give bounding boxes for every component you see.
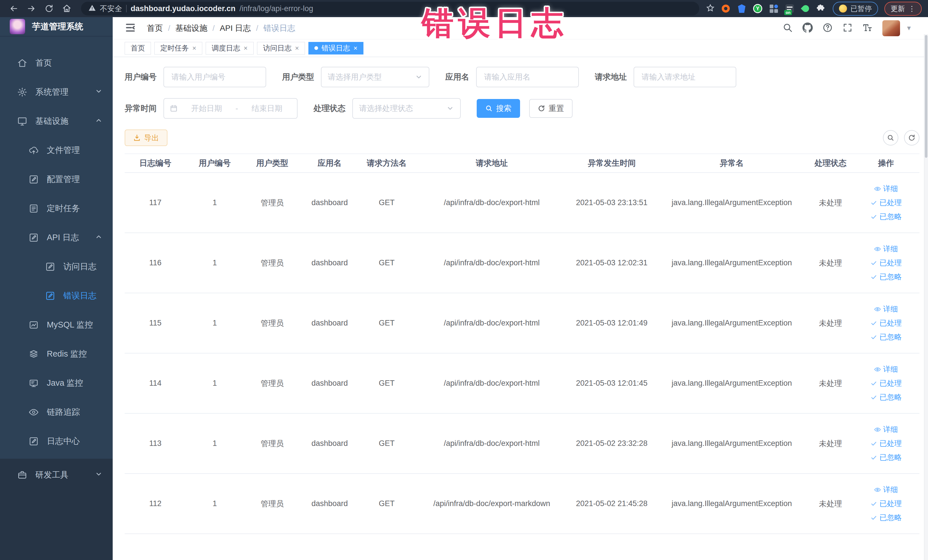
help-icon[interactable] xyxy=(823,23,833,34)
user-id-label: 用户编号 xyxy=(125,72,157,82)
tab-label: 调度日志 xyxy=(212,43,240,53)
tab-scheduled-jobs[interactable]: 定时任务 × xyxy=(154,42,202,55)
ignored-link[interactable]: 已忽略 xyxy=(870,392,902,402)
extension-orange-icon[interactable] xyxy=(721,4,731,14)
breadcrumb-item[interactable]: 基础设施 xyxy=(176,23,208,34)
breadcrumb-item[interactable]: 首页 xyxy=(147,23,163,34)
process-status-select[interactable]: 请选择处理状态 xyxy=(352,98,461,119)
user-id-input[interactable] xyxy=(163,67,266,87)
tab-schedule-log[interactable]: 调度日志 × xyxy=(206,42,253,55)
close-icon[interactable]: × xyxy=(244,44,247,52)
back-button[interactable] xyxy=(6,2,21,15)
col-header-actions: 操作 xyxy=(853,154,920,172)
detail-link[interactable]: 详细 xyxy=(874,304,898,314)
refresh-table-button[interactable] xyxy=(904,130,919,145)
tab-error-log[interactable]: 错误日志 × xyxy=(308,42,363,55)
ignored-link[interactable]: 已忽略 xyxy=(870,513,902,523)
breadcrumb-separator: / xyxy=(212,24,215,33)
chart-icon xyxy=(29,320,39,330)
scrollbar[interactable] xyxy=(924,34,928,560)
cell-time: 2021-05-03 12:01:49 xyxy=(569,293,655,353)
app-name-input[interactable] xyxy=(476,67,579,87)
sidebar-item-system[interactable]: 系统管理 xyxy=(0,78,113,107)
processed-link[interactable]: 已处理 xyxy=(870,378,902,388)
reload-button[interactable] xyxy=(42,2,56,15)
sidebar-item-config-mgmt[interactable]: 配置管理 xyxy=(0,165,113,194)
breadcrumb-item[interactable]: API 日志 xyxy=(220,23,251,34)
sidebar-item-infra[interactable]: 基础设施 xyxy=(0,107,113,136)
processed-link[interactable]: 已处理 xyxy=(870,198,902,208)
sidebar-item-java-monitor[interactable]: Java 监控 xyxy=(0,369,113,398)
toggle-search-button[interactable] xyxy=(883,130,898,145)
reset-button[interactable]: 重置 xyxy=(529,99,572,118)
request-url-input[interactable] xyxy=(633,67,736,87)
detail-link[interactable]: 详细 xyxy=(874,244,898,254)
extension-shield-icon[interactable] xyxy=(737,4,746,14)
ignored-link[interactable]: 已忽略 xyxy=(870,272,902,282)
avatar[interactable] xyxy=(882,20,900,36)
search-icon[interactable] xyxy=(783,23,793,34)
search-button[interactable]: 搜索 xyxy=(477,99,520,118)
tab-access-log[interactable]: 访问日志 × xyxy=(257,42,305,55)
cell-id: 112 xyxy=(125,473,186,534)
action-label: 详细 xyxy=(883,485,898,495)
extension-grid-icon[interactable] xyxy=(769,4,778,14)
sidebar-logo-row[interactable]: 芋道管理系统 xyxy=(0,17,113,37)
ignored-link[interactable]: 已忽略 xyxy=(870,212,902,222)
processed-link[interactable]: 已处理 xyxy=(870,438,902,449)
ignored-link[interactable]: 已忽略 xyxy=(870,332,902,342)
sidebar-item-scheduled-jobs[interactable]: 定时任务 xyxy=(0,194,113,223)
bookmark-star-icon[interactable] xyxy=(706,4,714,14)
sidebar-item-label: 系统管理 xyxy=(35,87,69,98)
sidebar-item-access-log[interactable]: 访问日志 xyxy=(0,252,113,281)
close-icon[interactable]: × xyxy=(295,44,299,52)
forward-button[interactable] xyxy=(24,2,39,15)
export-button[interactable]: 导出 xyxy=(125,130,168,146)
scrollbar-thumb[interactable] xyxy=(925,35,927,158)
processed-link[interactable]: 已处理 xyxy=(870,258,902,268)
browser-menu-icon[interactable]: ⋮ xyxy=(908,6,916,11)
extensions-puzzle-icon[interactable] xyxy=(817,4,826,14)
extension-switch-icon[interactable]: on xyxy=(785,4,795,14)
cell-actions: 详细已处理已忽略 xyxy=(853,414,920,473)
detail-link[interactable]: 详细 xyxy=(874,424,898,435)
fullscreen-icon[interactable] xyxy=(843,23,853,34)
detail-link[interactable]: 详细 xyxy=(874,364,898,374)
user-type-select[interactable]: 请选择用户类型 xyxy=(321,67,429,87)
sidebar-item-tracing[interactable]: 链路追踪 xyxy=(0,398,113,427)
caret-down-icon[interactable]: ▼ xyxy=(906,24,912,32)
sidebar-item-log-center[interactable]: 日志中心 xyxy=(0,427,113,456)
sidebar-item-api-log[interactable]: API 日志 xyxy=(0,223,113,252)
extension-on-badge: on xyxy=(784,10,792,15)
ignored-link[interactable]: 已忽略 xyxy=(870,452,902,462)
github-icon[interactable] xyxy=(803,23,813,34)
detail-link[interactable]: 详细 xyxy=(874,485,898,495)
hamburger-icon[interactable] xyxy=(125,22,136,35)
processed-link[interactable]: 已处理 xyxy=(870,318,902,328)
col-header-user-type: 用户类型 xyxy=(244,154,301,172)
sidebar-item-file-mgmt[interactable]: 文件管理 xyxy=(0,136,113,165)
eye-icon xyxy=(29,407,39,417)
extension-green-icon[interactable]: Y xyxy=(753,4,763,14)
close-icon[interactable]: × xyxy=(192,44,196,52)
close-icon[interactable]: × xyxy=(353,44,357,52)
tab-home[interactable]: 首页 xyxy=(125,42,151,55)
sidebar-item-dev-tools[interactable]: 研发工具 xyxy=(0,461,113,490)
action-label: 已处理 xyxy=(879,378,902,388)
update-badge[interactable]: 更新 ⋮ xyxy=(884,2,922,16)
cell-exception: java.lang.IllegalArgumentException xyxy=(655,293,809,353)
extension-leaf-icon[interactable] xyxy=(801,4,810,14)
paused-badge[interactable]: 已暂停 xyxy=(833,2,878,16)
home-button[interactable] xyxy=(60,2,74,15)
processed-link[interactable]: 已处理 xyxy=(870,499,902,509)
sidebar-item-home[interactable]: 首页 xyxy=(0,49,113,78)
font-size-icon[interactable] xyxy=(862,23,873,34)
sidebar-item-error-log[interactable]: 错误日志 xyxy=(0,281,113,310)
exception-time-range-picker[interactable]: 开始日期 - 结束日期 xyxy=(163,98,298,119)
address-bar[interactable]: 不安全 dashboard.yudao.iocoder.cn /infra/lo… xyxy=(81,2,699,15)
monitor-icon xyxy=(17,116,27,127)
cell-app: dashboard xyxy=(301,293,358,353)
sidebar-item-redis-monitor[interactable]: Redis 监控 xyxy=(0,339,113,369)
detail-link[interactable]: 详细 xyxy=(874,184,898,194)
sidebar-item-mysql-monitor[interactable]: MySQL 监控 xyxy=(0,310,113,339)
